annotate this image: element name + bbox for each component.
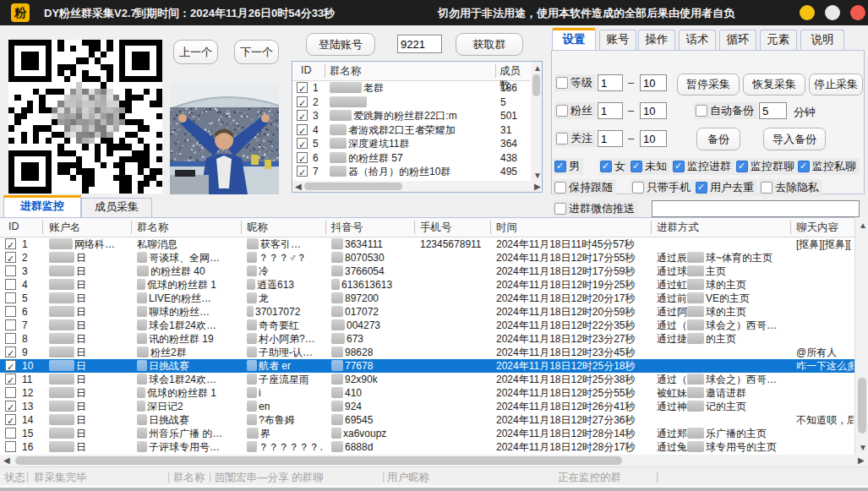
table-row[interactable]: 15日州音乐广播 的…界xa6voupz通过郑乐广播的主页2024年11月18日… [0, 427, 854, 440]
minimize-button[interactable] [800, 5, 815, 20]
scroll-left-icon[interactable]: ◀ [3, 456, 10, 465]
scroll-up-icon[interactable]: ▲ [533, 64, 542, 73]
checkbox-只带手机[interactable]: 只带手机 [631, 179, 694, 196]
filter-from-input[interactable] [598, 102, 623, 119]
checkbox-icon[interactable] [5, 428, 16, 439]
checkbox-icon[interactable] [5, 265, 16, 276]
scroll-thumb[interactable] [858, 378, 866, 434]
checkbox-icon[interactable] [297, 110, 308, 121]
tab-进群监控[interactable]: 进群监控 [3, 195, 81, 217]
checkbox-icon[interactable] [554, 161, 566, 172]
checkbox-icon[interactable] [5, 360, 16, 371]
group-list-row[interactable]: 4者游戏群2口王者荣耀加31 [292, 123, 530, 137]
stop-collect-button[interactable]: 停止采集 [809, 74, 863, 95]
filter-关注[interactable]: 关注 [554, 130, 596, 147]
group-list-vscrollbar[interactable]: ▲ ▼ [531, 62, 542, 181]
checkbox-男[interactable]: 男 [553, 158, 583, 175]
checkbox-icon[interactable] [297, 96, 308, 107]
checkbox-监控进群[interactable]: 监控进群 [671, 158, 734, 175]
tab-话术[interactable]: 话术 [679, 30, 716, 50]
resume-collect-button[interactable]: 恢复采集 [743, 74, 805, 95]
table-row[interactable]: 13日深日记2en924通过神记的主页2024年11月18日12时26分41秒 [0, 400, 854, 413]
checkbox-监控群聊[interactable]: 监控群聊 [734, 158, 798, 175]
previous-button[interactable]: 上一个 [173, 40, 218, 64]
checkbox-icon[interactable] [5, 441, 16, 452]
checkbox-icon[interactable] [631, 161, 642, 172]
checkbox-未知[interactable]: 未知 [629, 158, 670, 175]
table-row[interactable]: 7日球会1群24欢…奇奇要红004273通过（球会之）西哥…2024年11月18… [0, 319, 854, 332]
table-hscrollbar[interactable]: ◀ ▶ [0, 455, 868, 466]
checkbox-女[interactable]: 女 [598, 158, 629, 175]
scroll-thumb[interactable] [532, 74, 540, 96]
checkbox-icon[interactable] [761, 182, 772, 194]
checkbox-icon[interactable] [556, 133, 568, 145]
checkbox-icon[interactable] [297, 138, 308, 149]
next-button[interactable]: 下一个 [234, 40, 279, 64]
pause-collect-button[interactable]: 暂停采集 [677, 74, 740, 95]
checkbox-icon[interactable] [556, 77, 568, 89]
tab-循环[interactable]: 循环 [719, 30, 756, 50]
checkbox-icon[interactable] [5, 292, 16, 303]
tab-设置[interactable]: 设置 [552, 28, 596, 50]
tab-说明[interactable]: 说明 [800, 30, 844, 50]
table-row[interactable]: 3日的粉丝群 40冷3766054通过球主页2024年11月18日12时17分5… [0, 265, 854, 278]
group-list-row[interactable]: 6的粉丝群 57438 [292, 151, 530, 165]
checkbox-icon[interactable] [556, 105, 568, 117]
checkbox-icon[interactable] [554, 203, 566, 215]
table-row[interactable]: 8日讯的粉丝群 19村小阿弟?…673通过捷的主页2024年11月18日12时2… [0, 332, 854, 346]
checkbox-icon[interactable] [297, 166, 308, 177]
checkbox-icon[interactable] [5, 319, 16, 330]
wechat-push-input[interactable] [652, 200, 860, 217]
scroll-down-icon[interactable]: ▼ [533, 172, 542, 180]
group-list-row[interactable]: 1老群186 [292, 81, 530, 95]
scroll-right-icon[interactable]: ▶ [534, 183, 541, 191]
account-id-input[interactable] [397, 35, 442, 53]
checkbox-icon[interactable] [297, 124, 308, 135]
table-row[interactable]: 5日LIVE的粉丝…龙897200通过前VE的主页2024年11月18日12时2… [0, 292, 854, 305]
maximize-button[interactable] [825, 5, 840, 20]
scroll-thumb[interactable] [304, 183, 402, 190]
filter-等级[interactable]: 等级 [554, 74, 596, 91]
filter-粉丝[interactable]: 粉丝 [554, 102, 596, 119]
checkbox-icon[interactable] [5, 333, 16, 344]
tab-元素[interactable]: 元素 [760, 30, 797, 50]
table-row[interactable]: 6日聊球的粉丝…37017072017072通过阿球的主页2024年11月18日… [0, 305, 854, 319]
table-row[interactable]: 11日球会1群24欢…子座流星雨92x90k通过（球会之）西哥…2024年11月… [0, 373, 854, 386]
filter-to-input[interactable] [640, 74, 667, 91]
auto-backup-checkbox[interactable]: 自动备份 [694, 102, 757, 119]
scroll-right-icon[interactable]: ▶ [858, 456, 865, 465]
wechat-push-checkbox[interactable]: 进群微信推送 [553, 200, 638, 217]
tab-账号[interactable]: 账号 [599, 30, 636, 50]
group-list-row[interactable]: 3爱跳舞的粉丝群22口:m501 [292, 109, 530, 123]
scroll-down-icon[interactable]: ▼ [859, 444, 867, 452]
filter-to-input[interactable] [640, 102, 667, 119]
checkbox-icon[interactable] [673, 161, 685, 172]
checkbox-保持跟随[interactable]: 保持跟随 [553, 179, 616, 196]
checkbox-icon[interactable] [297, 82, 308, 93]
checkbox-用户去重[interactable]: 用户去重 [694, 179, 757, 196]
backup-button[interactable]: 备份 [696, 128, 740, 150]
checkbox-icon[interactable] [297, 152, 308, 163]
checkbox-icon[interactable] [5, 306, 16, 317]
import-backup-button[interactable]: 导入备份 [763, 128, 826, 150]
login-account-button[interactable]: 登陆账号 [306, 33, 375, 56]
checkbox-icon[interactable] [5, 401, 16, 412]
table-row[interactable]: 1网络科…私聊消息获客引…363411112345678911[抠鼻][抠鼻][… [0, 237, 854, 251]
checkbox-icon[interactable] [600, 161, 612, 172]
close-button[interactable] [850, 5, 865, 20]
checkbox-icon[interactable] [696, 182, 707, 194]
checkbox-icon[interactable] [5, 252, 16, 263]
get-groups-button[interactable]: 获取群 [456, 33, 523, 56]
checkbox-去除隐私[interactable]: 去除隐私 [759, 179, 822, 196]
table-vscrollbar[interactable]: ▲ ▼ [854, 217, 868, 455]
filter-to-input[interactable] [640, 130, 667, 147]
checkbox-icon[interactable] [5, 238, 16, 249]
backup-interval-input[interactable] [759, 102, 787, 119]
scroll-up-icon[interactable]: ▲ [859, 221, 867, 230]
table-row[interactable]: 2日哥谈球、全网…？？？♂？8070530通过辰球~体育的主页2024年11月1… [0, 251, 854, 265]
checkbox-icon[interactable] [554, 182, 566, 194]
checkbox-icon[interactable] [736, 161, 748, 172]
group-list-row[interactable]: 7器（拾月）的粉丝10群495 [292, 165, 530, 178]
filter-from-input[interactable] [598, 130, 623, 147]
checkbox-icon[interactable] [5, 374, 16, 385]
